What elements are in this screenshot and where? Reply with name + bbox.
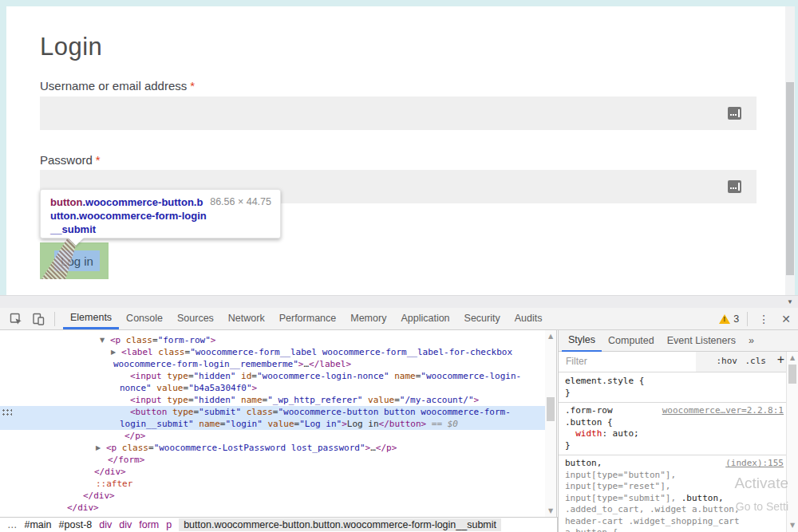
css-rule-line[interactable]: woocommerce…ver=2.2.8:1.form-row — [559, 405, 787, 417]
required-asterisk: * — [190, 79, 195, 93]
sidebar-tab-styles[interactable]: Styles — [562, 330, 602, 352]
dom-node-line[interactable]: woocommerce-form-login__rememberme">…</l… — [0, 358, 545, 370]
password-label: Password* — [40, 153, 101, 167]
toggle-hover-state-button[interactable]: :hov — [717, 356, 738, 366]
css-rule-line[interactable]: } — [559, 440, 787, 452]
screenshot-root: Login Username or email address* Passwor… — [0, 0, 798, 532]
breadcrumb-item[interactable]: #main — [25, 519, 52, 530]
css-rule-line[interactable]: input[type="submit"], .button, — [559, 493, 787, 505]
css-rule-line[interactable]: input[type="button"], — [559, 470, 787, 482]
tooltip-arrow — [68, 238, 84, 246]
inspect-tooltip: button.woocommerce-button.b utton.woocom… — [40, 189, 281, 238]
toggle-class-button[interactable]: .cls — [745, 356, 767, 366]
collapse-arrow-icon[interactable]: ▶ — [111, 346, 116, 358]
username-label: Username or email address* — [40, 79, 195, 93]
dom-node-line[interactable]: login__submit" name="login" value="Log i… — [0, 418, 545, 430]
stylesheet-source-link[interactable]: (index):155 — [725, 458, 784, 470]
expand-arrow-icon[interactable]: ▼ — [100, 334, 105, 346]
css-rule-line[interactable]: .button { — [559, 417, 787, 429]
tooltip-dimensions: 86.56 × 44.75 — [210, 196, 271, 207]
breadcrumb-item[interactable]: … — [7, 519, 18, 530]
scroll-up-arrow-icon[interactable]: ▲ — [787, 354, 798, 361]
breadcrumb-item[interactable]: #post-8 — [59, 519, 93, 530]
styles-sidebar: StylesComputedEvent Listeners» Filter :h… — [558, 330, 798, 532]
collapse-arrow-icon[interactable]: ▶ — [96, 442, 101, 454]
dom-node-line[interactable]: </div> — [0, 466, 545, 478]
breadcrumb-selected[interactable]: button.woocommerce-button.button.woocomm… — [179, 518, 501, 531]
styles-scrollbar[interactable]: ▲ ▼ — [786, 352, 798, 532]
devtools-close-icon[interactable]: ✕ — [779, 313, 793, 325]
page-scrollbar-thumb[interactable] — [786, 82, 794, 275]
scroll-up-arrow-icon[interactable]: ▲ — [545, 333, 556, 340]
scroll-down-arrow-icon[interactable]: ▼ — [545, 507, 556, 514]
styles-filter-row: Filter :hov .cls + — [559, 352, 798, 372]
breadcrumb-item[interactable]: form — [139, 519, 159, 530]
tooltip-selector-line3: __submit — [50, 223, 271, 236]
dom-breadcrumbs: …#main#post-8divdivformpbutton.woocommer… — [0, 517, 558, 532]
css-rule-line[interactable]: width: auto; — [559, 428, 787, 440]
css-rule-line[interactable]: a.button { — [559, 527, 787, 532]
tab-memory[interactable]: Memory — [343, 308, 393, 329]
tab-network[interactable]: Network — [221, 308, 272, 329]
elements-scrollbar-thumb[interactable] — [547, 397, 555, 421]
css-rule-line[interactable]: (index):155button, — [559, 458, 787, 470]
required-asterisk: * — [96, 153, 101, 167]
new-style-rule-button[interactable]: + — [777, 353, 784, 367]
css-rule-line[interactable]: .added_to_cart, .widget a.button, — [559, 504, 787, 516]
devtools-menu-icon[interactable]: ⋮ — [756, 313, 772, 325]
console-warnings-badge[interactable]: 3 — [719, 313, 739, 325]
breadcrumb-item[interactable]: p — [166, 519, 172, 530]
page-title: Login — [40, 33, 102, 61]
tab-security[interactable]: Security — [457, 308, 508, 329]
tab-application[interactable]: Application — [393, 308, 456, 329]
breadcrumb-item[interactable]: div — [99, 519, 112, 530]
inspect-element-icon[interactable] — [10, 313, 22, 325]
devtools-panel: ElementsConsoleSourcesNetworkPerformance… — [0, 308, 798, 532]
dom-node-line[interactable]: ::after — [0, 478, 545, 490]
page-scrollbar[interactable] — [785, 6, 795, 295]
dom-node-line[interactable]: ▼<p class="form-row"> — [0, 334, 545, 346]
dom-node-line[interactable]: </form> — [0, 454, 545, 466]
css-rule-section: woocommerce…ver=2.2.8:1.form-row.button … — [559, 403, 787, 455]
dom-node-line[interactable]: ▶<p class="woocommerce-LostPassword lost… — [0, 442, 545, 454]
sidebar-tab-event-listeners[interactable]: Event Listeners — [661, 330, 742, 352]
tab-performance[interactable]: Performance — [272, 308, 344, 329]
page-content: Login Username or email address* Passwor… — [6, 6, 785, 295]
css-rule-line[interactable]: header-cart .widget_shopping_cart — [559, 516, 787, 528]
tab-audits[interactable]: Audits — [508, 308, 550, 329]
dom-node-line[interactable]: </div> — [0, 490, 545, 502]
scroll-down-arrow-icon[interactable]: ▼ — [785, 296, 795, 309]
dom-node-line[interactable]: </p> — [0, 430, 545, 442]
stylesheet-source-link[interactable]: woocommerce…ver=2.2.8:1 — [662, 405, 784, 417]
warning-icon — [719, 314, 730, 324]
css-rule-line[interactable]: element.style { — [559, 376, 787, 388]
more-tabs-icon[interactable]: » — [742, 330, 760, 352]
breadcrumb-item[interactable]: div — [119, 519, 132, 530]
dom-node-line[interactable]: <button type="submit" class="woocommerce… — [0, 406, 545, 418]
tab-console[interactable]: Console — [119, 308, 170, 329]
toolbar-right-cluster: 3 ⋮ ✕ — [719, 308, 793, 329]
styles-filter-input[interactable]: Filter — [559, 352, 696, 372]
scroll-down-arrow-icon[interactable]: ▼ — [787, 522, 798, 529]
autofill-icon[interactable] — [728, 107, 741, 120]
tab-elements[interactable]: Elements — [63, 308, 119, 329]
dom-node-line[interactable]: <input type="hidden" id="woocommerce-log… — [0, 370, 545, 382]
tab-sources[interactable]: Sources — [170, 308, 221, 329]
sidebar-tab-bar: StylesComputedEvent Listeners» — [559, 330, 798, 352]
elements-tree: ▼<p class="form-row">▶<label class="wooc… — [0, 330, 545, 517]
css-rule-line[interactable]: input[type="reset"], — [559, 481, 787, 493]
css-rule-line[interactable]: } — [559, 388, 787, 400]
styles-scrollbar-thumb[interactable] — [788, 365, 796, 384]
viewport-bottom-strip: ▼ — [0, 295, 798, 308]
device-toolbar-icon[interactable] — [32, 313, 45, 325]
dom-node-line[interactable]: ▶<label class="woocommerce-form__label w… — [0, 346, 545, 358]
sidebar-tab-computed[interactable]: Computed — [602, 330, 661, 352]
dom-node-line[interactable]: </div> — [0, 502, 545, 514]
elements-scrollbar[interactable]: ▲ ▼ — [545, 330, 557, 517]
dom-node-line[interactable]: nonce" value="b4a5a304f0"> — [0, 382, 545, 394]
dom-node-line[interactable]: <input type="hidden" name="_wp_http_refe… — [0, 394, 545, 406]
devtools-tab-bar: ElementsConsoleSourcesNetworkPerformance… — [63, 308, 549, 329]
autofill-icon[interactable] — [728, 180, 741, 193]
tooltip-selector-line2: utton.woocommerce-form-login — [50, 209, 271, 223]
username-input[interactable] — [40, 97, 757, 130]
